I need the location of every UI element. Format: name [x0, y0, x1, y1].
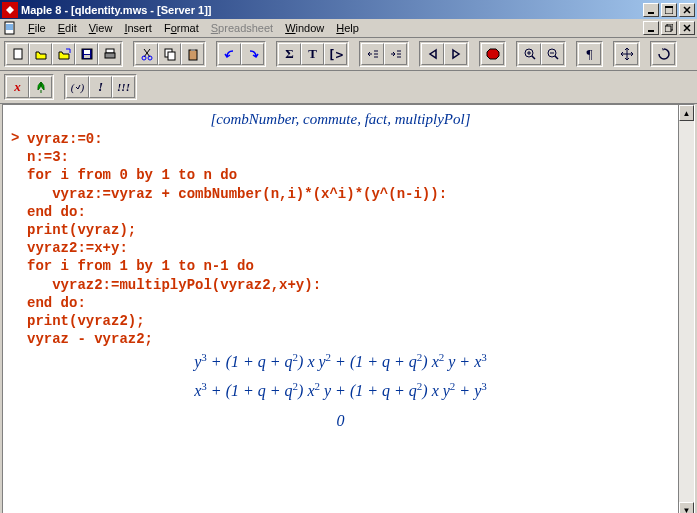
restart-button[interactable] — [652, 43, 675, 65]
paste-button[interactable] — [181, 43, 204, 65]
exec-all-button[interactable]: !!! — [112, 76, 135, 98]
redo-button[interactable] — [241, 43, 264, 65]
undo-button[interactable] — [218, 43, 241, 65]
code-line: vyraz:=vyraz + combNumber(n,i)*(x^i)*(y^… — [27, 185, 670, 203]
indent-button[interactable] — [384, 43, 407, 65]
x-button[interactable]: x — [6, 76, 29, 98]
maximize-button[interactable] — [661, 3, 677, 17]
svg-rect-18 — [189, 50, 197, 60]
new-button[interactable] — [6, 43, 29, 65]
code-line: for i from 1 by 1 to n-1 do — [27, 257, 670, 275]
math-output-1: y3 + (1 + q + q2) x y2 + (1 + q + q2) x2… — [11, 348, 670, 377]
output-header: [combNumber, commute, fact, multiplyPol] — [11, 109, 670, 130]
code-line: n:=3: — [27, 148, 670, 166]
app-icon — [2, 2, 18, 18]
menu-insert[interactable]: Insert — [118, 20, 158, 36]
math-output-3: 0 — [11, 407, 670, 436]
mdi-minimize-button[interactable] — [643, 21, 659, 35]
menu-format[interactable]: Format — [158, 20, 205, 36]
leaf-icon[interactable] — [29, 76, 52, 98]
back-button[interactable] — [421, 43, 444, 65]
menu-file[interactable]: File — [22, 20, 52, 36]
print-button[interactable] — [98, 43, 121, 65]
menu-help[interactable]: Help — [330, 20, 365, 36]
copy-button[interactable] — [158, 43, 181, 65]
code-line: vyraz2:=multiplyPol(vyraz2,x+y): — [27, 276, 670, 294]
code-line: vyraz:=0: — [27, 130, 670, 148]
paren-button[interactable]: () — [66, 76, 89, 98]
code-line: vyraz2:=x+y: — [27, 239, 670, 257]
scroll-track[interactable] — [679, 121, 694, 502]
move-button[interactable] — [615, 43, 638, 65]
prompt-button[interactable]: [> — [324, 43, 347, 65]
scroll-down-button[interactable]: ▼ — [679, 502, 694, 513]
code-line: print(vyraz); — [27, 221, 670, 239]
close-button[interactable] — [679, 3, 695, 17]
svg-rect-10 — [84, 50, 90, 54]
minimize-button[interactable] — [643, 3, 659, 17]
toolbar-main: Σ T [> ¶ — [0, 38, 697, 71]
worksheet-content[interactable]: [combNumber, commute, fact, multiplyPol]… — [3, 105, 678, 513]
text-button[interactable]: T — [301, 43, 324, 65]
svg-rect-1 — [648, 12, 654, 14]
document-icon[interactable] — [2, 20, 18, 36]
code-line: for i from 0 by 1 to n do — [27, 166, 670, 184]
exec-button[interactable]: ! — [89, 76, 112, 98]
titlebar: Maple 8 - [qIdentity.mws - [Server 1]] — [0, 0, 697, 19]
menu-edit[interactable]: Edit — [52, 20, 83, 36]
vertical-scrollbar[interactable]: ▲ ▼ — [678, 105, 694, 513]
sigma-button[interactable]: Σ — [278, 43, 301, 65]
svg-rect-17 — [168, 52, 175, 60]
svg-rect-13 — [105, 53, 115, 58]
code-block[interactable]: vyraz:=0: n:=3: for i from 0 by 1 to n d… — [27, 130, 670, 348]
svg-rect-5 — [648, 30, 654, 32]
menu-window[interactable]: Window — [279, 20, 330, 36]
zoom-in-button[interactable] — [518, 43, 541, 65]
outdent-button[interactable] — [361, 43, 384, 65]
svg-rect-3 — [665, 6, 673, 8]
scroll-up-button[interactable]: ▲ — [679, 105, 694, 121]
toolbar-secondary: x () ! !!! — [0, 71, 697, 104]
svg-rect-8 — [14, 49, 22, 59]
math-output-2: x3 + (1 + q + q2) x2 y + (1 + q + q2) x … — [11, 377, 670, 406]
mdi-restore-button[interactable] — [661, 21, 677, 35]
code-line: end do: — [27, 203, 670, 221]
open2-button[interactable] — [52, 43, 75, 65]
menu-spreadsheet: Spreadsheet — [205, 20, 279, 36]
mdi-close-button[interactable] — [679, 21, 695, 35]
open-button[interactable] — [29, 43, 52, 65]
svg-rect-12 — [106, 49, 114, 53]
cut-button[interactable] — [135, 43, 158, 65]
svg-rect-11 — [84, 55, 90, 58]
input-prompt: > — [11, 130, 27, 348]
zoom-out-button[interactable] — [541, 43, 564, 65]
code-line: vyraz - vyraz2; — [27, 330, 670, 348]
pilcrow-button[interactable]: ¶ — [578, 43, 601, 65]
window-title: Maple 8 - [qIdentity.mws - [Server 1]] — [21, 4, 643, 16]
svg-rect-7 — [665, 26, 671, 32]
worksheet-area: [combNumber, commute, fact, multiplyPol]… — [2, 104, 695, 513]
svg-rect-19 — [191, 49, 195, 51]
forward-button[interactable] — [444, 43, 467, 65]
save-button[interactable] — [75, 43, 98, 65]
code-line: print(vyraz2); — [27, 312, 670, 330]
svg-rect-4 — [5, 22, 14, 34]
menubar: File Edit View Insert Format Spreadsheet… — [0, 19, 697, 38]
menu-view[interactable]: View — [83, 20, 119, 36]
code-line: end do: — [27, 294, 670, 312]
stop-button[interactable] — [481, 43, 504, 65]
